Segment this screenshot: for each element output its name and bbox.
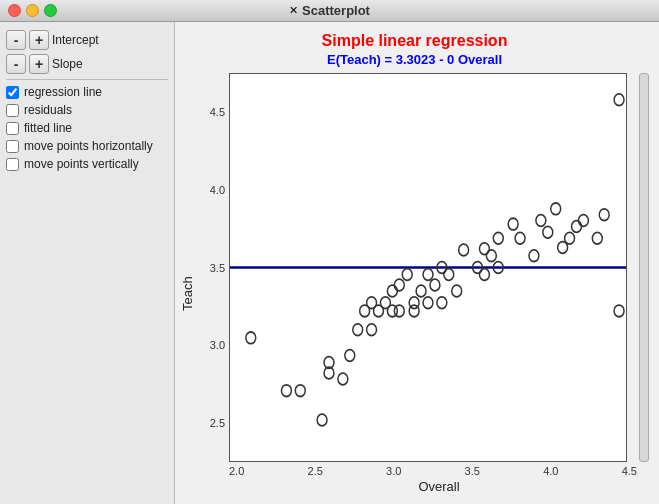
move-vertical-checkbox[interactable] bbox=[6, 158, 19, 171]
slope-minus-button[interactable]: - bbox=[6, 54, 26, 74]
chart-subtitle: E(Teach) = 3.3023 - 0 Overall bbox=[327, 52, 502, 67]
point bbox=[529, 250, 539, 262]
sidebar: - + Intercept - + Slope regression line … bbox=[0, 22, 175, 504]
chart-title: Simple linear regression bbox=[322, 32, 508, 50]
x-tick-2: 3.0 bbox=[386, 465, 401, 477]
point bbox=[423, 269, 433, 281]
y-tick-2: 3.5 bbox=[210, 262, 225, 274]
intercept-control: - + Intercept bbox=[6, 30, 168, 50]
point bbox=[551, 203, 561, 215]
regression-line-label: regression line bbox=[24, 85, 102, 99]
point bbox=[599, 209, 609, 221]
residuals-checkbox[interactable] bbox=[6, 104, 19, 117]
residuals-label: residuals bbox=[24, 103, 72, 117]
title-icon: ✕ bbox=[289, 4, 298, 17]
point bbox=[444, 269, 454, 281]
point bbox=[572, 221, 582, 233]
point bbox=[486, 250, 496, 262]
y-tick-4: 4.5 bbox=[210, 106, 225, 118]
point bbox=[409, 305, 419, 317]
chart-svg bbox=[230, 74, 626, 461]
point bbox=[459, 244, 469, 256]
point bbox=[394, 305, 404, 317]
point bbox=[353, 324, 363, 336]
point bbox=[479, 269, 489, 281]
checkbox-fitted-line: fitted line bbox=[6, 121, 168, 135]
intercept-minus-button[interactable]: - bbox=[6, 30, 26, 50]
title-bar: ✕ Scatterplot bbox=[0, 0, 659, 22]
y-tick-3: 4.0 bbox=[210, 184, 225, 196]
point bbox=[430, 279, 440, 291]
point bbox=[543, 226, 553, 238]
point bbox=[387, 285, 397, 297]
chart-container: Teach 2.5 3.0 3.5 4.0 4.5 bbox=[180, 73, 649, 494]
point bbox=[394, 279, 404, 291]
y-tick-1: 3.0 bbox=[210, 339, 225, 351]
point bbox=[416, 285, 426, 297]
point bbox=[246, 332, 256, 344]
x-tick-1: 2.5 bbox=[308, 465, 323, 477]
move-horizontal-label: move points horizontally bbox=[24, 139, 153, 153]
window-controls[interactable] bbox=[8, 4, 57, 17]
point bbox=[281, 385, 291, 397]
checkbox-move-vertical: move points vertically bbox=[6, 157, 168, 171]
plot-and-xaxis: 2.5 3.0 3.5 4.0 4.5 bbox=[197, 73, 649, 494]
minimize-button[interactable] bbox=[26, 4, 39, 17]
regression-line-checkbox[interactable] bbox=[6, 86, 19, 99]
point bbox=[295, 385, 305, 397]
y-tick-0: 2.5 bbox=[210, 417, 225, 429]
checkbox-regression-line: regression line bbox=[6, 85, 168, 99]
separator bbox=[6, 79, 168, 80]
point bbox=[437, 297, 447, 309]
fitted-line-label: fitted line bbox=[24, 121, 72, 135]
slope-plus-button[interactable]: + bbox=[29, 54, 49, 74]
point bbox=[536, 215, 546, 227]
point bbox=[452, 285, 462, 297]
intercept-plus-button[interactable]: + bbox=[29, 30, 49, 50]
x-tick-4: 4.0 bbox=[543, 465, 558, 477]
window-title: Scatterplot bbox=[302, 3, 370, 18]
point bbox=[367, 324, 377, 336]
checkbox-move-horizontal: move points horizontally bbox=[6, 139, 168, 153]
point bbox=[515, 232, 525, 244]
checkbox-residuals: residuals bbox=[6, 103, 168, 117]
point bbox=[338, 373, 348, 385]
y-axis-label: Teach bbox=[180, 73, 195, 494]
x-axis-label: Overall bbox=[229, 479, 649, 494]
x-tick-5: 4.5 bbox=[622, 465, 637, 477]
x-ticks-container: 2.0 2.5 3.0 3.5 4.0 4.5 bbox=[229, 465, 637, 477]
point bbox=[402, 269, 412, 281]
point bbox=[423, 297, 433, 309]
intercept-label: Intercept bbox=[52, 33, 99, 47]
slope-label: Slope bbox=[52, 57, 83, 71]
point bbox=[317, 414, 327, 426]
point bbox=[508, 218, 518, 230]
slope-control: - + Slope bbox=[6, 54, 168, 74]
move-vertical-label: move points vertically bbox=[24, 157, 139, 171]
scrollbar[interactable] bbox=[639, 73, 649, 462]
point bbox=[592, 232, 602, 244]
point bbox=[565, 232, 575, 244]
close-button[interactable] bbox=[8, 4, 21, 17]
x-tick-3: 3.5 bbox=[465, 465, 480, 477]
point bbox=[345, 350, 355, 362]
point bbox=[493, 232, 503, 244]
y-ticks: 2.5 3.0 3.5 4.0 4.5 bbox=[210, 73, 225, 462]
chart-area: Simple linear regression E(Teach) = 3.30… bbox=[175, 22, 659, 504]
move-horizontal-checkbox[interactable] bbox=[6, 140, 19, 153]
main-content: - + Intercept - + Slope regression line … bbox=[0, 22, 659, 504]
point bbox=[614, 94, 624, 106]
maximize-button[interactable] bbox=[44, 4, 57, 17]
plot-box bbox=[229, 73, 627, 462]
x-ticks: 2.0 2.5 3.0 3.5 4.0 4.5 bbox=[229, 465, 637, 477]
point bbox=[614, 305, 624, 317]
point bbox=[578, 215, 588, 227]
x-tick-0: 2.0 bbox=[229, 465, 244, 477]
fitted-line-checkbox[interactable] bbox=[6, 122, 19, 135]
